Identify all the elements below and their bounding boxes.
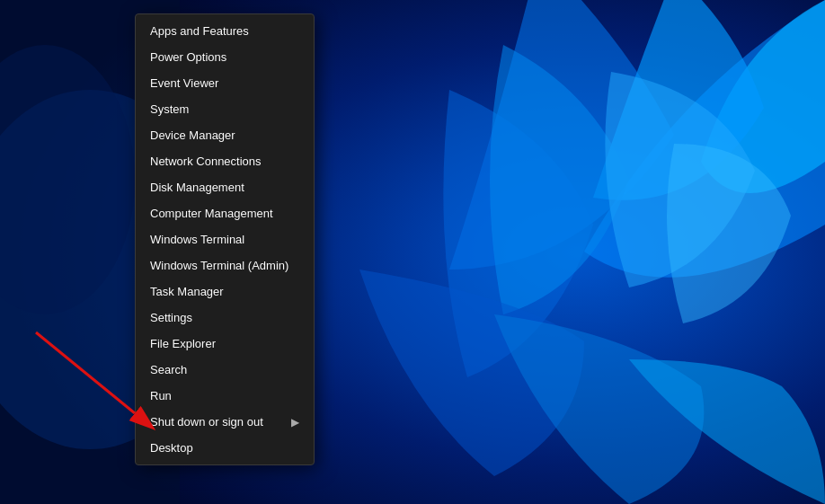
menu-item-power-options[interactable]: Power Options [136, 44, 314, 70]
menu-item-label-settings: Settings [150, 311, 192, 324]
menu-item-label-apps-and-features: Apps and Features [150, 24, 249, 38]
menu-item-shut-down-or-sign-out[interactable]: Shut down or sign out▶ [136, 409, 314, 435]
menu-item-event-viewer[interactable]: Event Viewer [136, 70, 314, 96]
menu-item-label-search: Search [150, 363, 187, 376]
menu-item-label-desktop: Desktop [150, 441, 193, 455]
menu-item-label-task-manager: Task Manager [150, 285, 224, 298]
context-menu: Apps and FeaturesPower OptionsEvent View… [135, 13, 315, 465]
menu-item-label-file-explorer: File Explorer [150, 337, 216, 350]
menu-item-windows-terminal[interactable]: Windows Terminal [136, 226, 314, 252]
menu-item-label-disk-management: Disk Management [150, 181, 244, 194]
menu-item-label-run: Run [150, 389, 172, 402]
menu-item-device-manager[interactable]: Device Manager [136, 122, 314, 148]
menu-item-label-windows-terminal-admin: Windows Terminal (Admin) [150, 259, 288, 272]
menu-item-task-manager[interactable]: Task Manager [136, 279, 314, 305]
menu-item-label-shut-down-or-sign-out: Shut down or sign out [150, 415, 263, 429]
menu-item-settings[interactable]: Settings [136, 305, 314, 331]
menu-item-label-computer-management: Computer Management [150, 207, 273, 220]
menu-item-label-power-options: Power Options [150, 50, 226, 64]
menu-item-system[interactable]: System [136, 96, 314, 122]
menu-item-run[interactable]: Run [136, 383, 314, 409]
menu-item-label-windows-terminal: Windows Terminal [150, 233, 244, 246]
menu-item-label-event-viewer: Event Viewer [150, 76, 218, 90]
menu-item-computer-management[interactable]: Computer Management [136, 200, 314, 226]
menu-item-desktop[interactable]: Desktop [136, 435, 314, 461]
menu-item-network-connections[interactable]: Network Connections [136, 148, 314, 174]
menu-item-windows-terminal-admin[interactable]: Windows Terminal (Admin) [136, 252, 314, 279]
menu-item-disk-management[interactable]: Disk Management [136, 174, 314, 200]
menu-item-label-device-manager: Device Manager [150, 128, 235, 142]
menu-item-label-system: System [150, 102, 189, 116]
wallpaper [0, 0, 825, 504]
submenu-arrow-icon: ▶ [291, 416, 299, 429]
menu-item-file-explorer[interactable]: File Explorer [136, 331, 314, 357]
menu-item-search[interactable]: Search [136, 357, 314, 383]
menu-item-apps-and-features[interactable]: Apps and Features [136, 18, 314, 44]
menu-item-label-network-connections: Network Connections [150, 155, 262, 168]
